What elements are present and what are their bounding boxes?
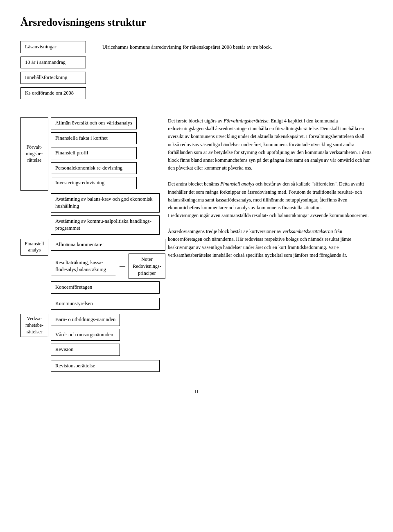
description-1-text: Det første blocket utgörs av Förvaltning… xyxy=(168,117,373,172)
top-boxes: Läsanvisningar 10 år i sammandrag Innehå… xyxy=(20,41,86,101)
forvaltning-item-1: Allmän översikt och om-världsanalys xyxy=(51,117,137,129)
verksamhets-item-3: Revision xyxy=(51,344,120,356)
verksamhets-item-2: Vård- och omsorgsnämnden xyxy=(51,329,120,341)
revisionsberattelse-box: Revisionsberättelse xyxy=(51,360,160,372)
verksamhets-section: Verksa-mhetsbe-rättelser Barn- o utbildn… xyxy=(20,314,160,358)
finansiell-item-2: Resultaträkning, kassa-flödesalys,balans… xyxy=(51,257,116,276)
verksamhets-item-1: Barn- o utbildnings-nämnden xyxy=(51,314,120,326)
forvaltning-section: Förvalt-ningsbe-rättelse Allmän översikt… xyxy=(20,117,160,191)
top-box-1: Läsanvisningar xyxy=(20,41,86,53)
forvaltning-items: Allmän översikt och om-världsanalys Fina… xyxy=(51,117,137,191)
description-2: Det andra blocket benäms Finansiell anal… xyxy=(168,180,373,220)
standalone-boxes: Avstämning av balans-krav och god ekonom… xyxy=(51,193,160,236)
forvaltning-item-4: Personalekonomisk re-dovisning xyxy=(51,162,137,174)
top-box-3: Innehållsförteckning xyxy=(20,72,86,84)
finansiell-section: Finansiell analys Allmänna kommentarer R… xyxy=(20,239,160,279)
verksamhets-label: Verksa-mhetsbe-rättelser xyxy=(20,314,48,337)
revisionsberattelse-standalone: Revisionsberättelse xyxy=(51,360,160,374)
page-number: II xyxy=(20,388,373,395)
description-3-text: Årsredovisningens tredje block består av… xyxy=(168,228,373,259)
forvaltning-item-3: Finansiell profil xyxy=(51,147,137,159)
finansiell-label: Finansiell analys xyxy=(20,239,48,256)
kommunstyrelsen-box: Kommunstyrelsen xyxy=(51,298,160,310)
description-1: Det første blocket utgörs av Förvaltning… xyxy=(168,117,373,172)
kommunstyrelsen-standalone: Kommunstyrelsen xyxy=(51,298,160,312)
standalone-box-2: Avstämning av kommu-nalpolitiska handlin… xyxy=(51,215,160,235)
description-2-text: Det andra blocket benäms Finansiell anal… xyxy=(168,180,373,220)
koncern-standalone: Koncernföretagen xyxy=(51,281,160,295)
top-box-2: 10 år i sammandrag xyxy=(20,57,86,69)
standalone-box-1: Avstämning av balans-krav och god ekonom… xyxy=(51,193,160,213)
koncern-box: Koncernföretagen xyxy=(51,281,160,294)
page-title: Årsredovisningens struktur xyxy=(20,16,373,29)
forvaltning-label: Förvalt-ningsbe-rättelse xyxy=(20,117,48,191)
description-3: Årsredovisningens tredje block består av… xyxy=(168,228,373,259)
arrow-icon: — xyxy=(120,263,125,269)
forvaltning-item-5: Investeringsredovisning xyxy=(51,177,137,189)
finansiell-item-1: Allmänna kommentarer xyxy=(51,239,165,251)
top-box-4: Ks ordförande om 2008 xyxy=(20,87,86,100)
finansiell-connector: Resultaträkning, kassa-flödesalys,balans… xyxy=(51,254,165,279)
descriptions-col: Det første blocket utgörs av Förvaltning… xyxy=(160,117,373,376)
intro-text: Ulricehamns kommuns årsredovisning för r… xyxy=(102,41,373,105)
forvaltning-item-2: Finansiella fakta i korthet xyxy=(51,132,137,145)
